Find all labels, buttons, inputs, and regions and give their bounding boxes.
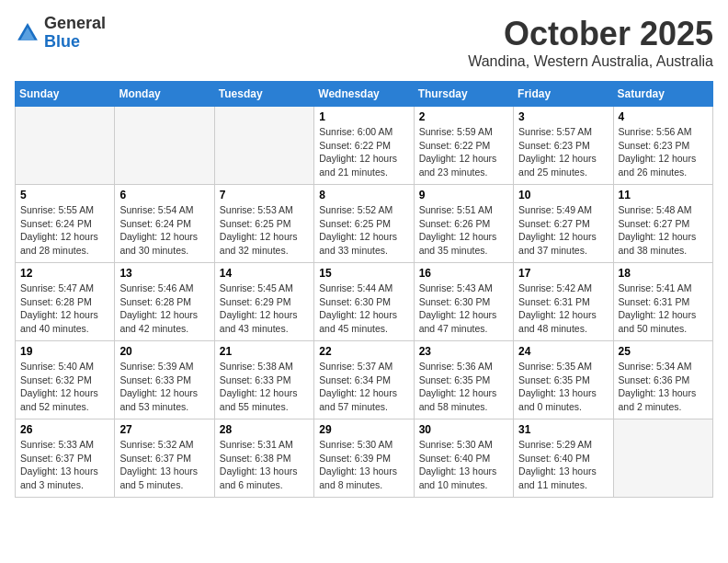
calendar-cell: 2Sunrise: 5:59 AM Sunset: 6:22 PM Daylig… <box>414 107 513 185</box>
calendar-cell: 9Sunrise: 5:51 AM Sunset: 6:26 PM Daylig… <box>414 185 513 263</box>
day-info: Sunrise: 5:37 AM Sunset: 6:34 PM Dayligh… <box>319 360 408 414</box>
calendar-cell: 8Sunrise: 5:52 AM Sunset: 6:25 PM Daylig… <box>314 185 414 263</box>
day-number: 17 <box>518 267 608 280</box>
day-number: 3 <box>518 110 608 123</box>
calendar-cell: 17Sunrise: 5:42 AM Sunset: 6:31 PM Dayli… <box>514 263 613 341</box>
day-number: 24 <box>518 345 608 358</box>
week-row: 26Sunrise: 5:33 AM Sunset: 6:37 PM Dayli… <box>16 419 713 498</box>
calendar-cell: 5Sunrise: 5:55 AM Sunset: 6:24 PM Daylig… <box>16 185 115 263</box>
day-info: Sunrise: 5:33 AM Sunset: 6:37 PM Dayligh… <box>20 438 109 492</box>
calendar-cell: 22Sunrise: 5:37 AM Sunset: 6:34 PM Dayli… <box>314 341 414 419</box>
calendar-cell: 26Sunrise: 5:33 AM Sunset: 6:37 PM Dayli… <box>16 419 115 498</box>
day-info: Sunrise: 5:46 AM Sunset: 6:28 PM Dayligh… <box>119 282 209 336</box>
day-info: Sunrise: 5:34 AM Sunset: 6:36 PM Dayligh… <box>619 360 708 414</box>
day-number: 30 <box>419 423 508 436</box>
day-number: 21 <box>220 345 309 358</box>
calendar-cell: 15Sunrise: 5:44 AM Sunset: 6:30 PM Dayli… <box>314 263 414 341</box>
day-info: Sunrise: 5:55 AM Sunset: 6:24 PM Dayligh… <box>20 203 109 258</box>
day-info: Sunrise: 5:51 AM Sunset: 6:26 PM Dayligh… <box>419 203 508 258</box>
day-number: 10 <box>518 189 608 201</box>
day-number: 28 <box>220 423 309 436</box>
day-number: 7 <box>220 189 309 201</box>
calendar-cell: 4Sunrise: 5:56 AM Sunset: 6:23 PM Daylig… <box>613 107 712 185</box>
calendar-cell: 21Sunrise: 5:38 AM Sunset: 6:33 PM Dayli… <box>214 341 313 419</box>
calendar-cell: 12Sunrise: 5:47 AM Sunset: 6:28 PM Dayli… <box>16 263 115 341</box>
day-number: 29 <box>319 423 408 436</box>
month-title: October 2025 <box>468 15 713 53</box>
day-number: 18 <box>619 267 708 280</box>
logo: General Blue <box>15 15 106 52</box>
day-info: Sunrise: 6:00 AM Sunset: 6:22 PM Dayligh… <box>319 125 408 179</box>
day-info: Sunrise: 5:57 AM Sunset: 6:23 PM Dayligh… <box>518 125 608 179</box>
weekday-header: Thursday <box>414 82 513 107</box>
calendar-cell: 29Sunrise: 5:30 AM Sunset: 6:39 PM Dayli… <box>314 419 414 498</box>
week-row: 19Sunrise: 5:40 AM Sunset: 6:32 PM Dayli… <box>16 341 713 419</box>
calendar-cell: 10Sunrise: 5:49 AM Sunset: 6:27 PM Dayli… <box>514 185 613 263</box>
day-number: 26 <box>20 423 109 436</box>
day-number: 8 <box>319 189 408 201</box>
calendar-cell <box>214 107 313 185</box>
day-number: 2 <box>419 110 508 123</box>
day-info: Sunrise: 5:45 AM Sunset: 6:29 PM Dayligh… <box>220 282 309 336</box>
week-row: 5Sunrise: 5:55 AM Sunset: 6:24 PM Daylig… <box>16 185 713 263</box>
weekday-header: Wednesday <box>314 82 414 107</box>
day-info: Sunrise: 5:36 AM Sunset: 6:35 PM Dayligh… <box>419 360 508 414</box>
day-number: 6 <box>119 189 209 201</box>
logo-text: General Blue <box>44 15 106 52</box>
day-info: Sunrise: 5:40 AM Sunset: 6:32 PM Dayligh… <box>20 360 109 414</box>
day-info: Sunrise: 5:44 AM Sunset: 6:30 PM Dayligh… <box>319 282 408 336</box>
day-number: 12 <box>20 267 109 280</box>
day-number: 22 <box>319 345 408 358</box>
calendar-cell: 18Sunrise: 5:41 AM Sunset: 6:31 PM Dayli… <box>613 263 712 341</box>
calendar-cell: 20Sunrise: 5:39 AM Sunset: 6:33 PM Dayli… <box>115 341 214 419</box>
day-info: Sunrise: 5:42 AM Sunset: 6:31 PM Dayligh… <box>518 282 608 336</box>
calendar-cell: 11Sunrise: 5:48 AM Sunset: 6:27 PM Dayli… <box>613 185 712 263</box>
day-number: 25 <box>619 345 708 358</box>
logo-icon <box>15 20 40 46</box>
day-number: 11 <box>619 189 708 201</box>
calendar-cell: 6Sunrise: 5:54 AM Sunset: 6:24 PM Daylig… <box>115 185 214 263</box>
calendar-cell: 24Sunrise: 5:35 AM Sunset: 6:35 PM Dayli… <box>514 341 613 419</box>
weekday-header: Sunday <box>16 82 115 107</box>
calendar-cell: 14Sunrise: 5:45 AM Sunset: 6:29 PM Dayli… <box>214 263 313 341</box>
day-info: Sunrise: 5:30 AM Sunset: 6:40 PM Dayligh… <box>419 438 508 492</box>
calendar-cell: 25Sunrise: 5:34 AM Sunset: 6:36 PM Dayli… <box>613 341 712 419</box>
calendar-cell: 19Sunrise: 5:40 AM Sunset: 6:32 PM Dayli… <box>16 341 115 419</box>
calendar-cell: 13Sunrise: 5:46 AM Sunset: 6:28 PM Dayli… <box>115 263 214 341</box>
calendar-cell: 3Sunrise: 5:57 AM Sunset: 6:23 PM Daylig… <box>514 107 613 185</box>
day-number: 1 <box>319 110 408 123</box>
calendar: SundayMondayTuesdayWednesdayThursdayFrid… <box>15 81 713 498</box>
week-row: 12Sunrise: 5:47 AM Sunset: 6:28 PM Dayli… <box>16 263 713 341</box>
day-info: Sunrise: 5:38 AM Sunset: 6:33 PM Dayligh… <box>220 360 309 414</box>
calendar-cell: 7Sunrise: 5:53 AM Sunset: 6:25 PM Daylig… <box>214 185 313 263</box>
day-info: Sunrise: 5:41 AM Sunset: 6:31 PM Dayligh… <box>619 282 708 336</box>
day-number: 9 <box>419 189 508 201</box>
calendar-cell: 28Sunrise: 5:31 AM Sunset: 6:38 PM Dayli… <box>214 419 313 498</box>
page-header: General Blue October 2025 Wandina, Weste… <box>15 15 713 70</box>
day-info: Sunrise: 5:43 AM Sunset: 6:30 PM Dayligh… <box>419 282 508 336</box>
week-row: 1Sunrise: 6:00 AM Sunset: 6:22 PM Daylig… <box>16 107 713 185</box>
day-number: 19 <box>20 345 109 358</box>
day-info: Sunrise: 5:32 AM Sunset: 6:37 PM Dayligh… <box>119 438 209 492</box>
day-info: Sunrise: 5:54 AM Sunset: 6:24 PM Dayligh… <box>119 203 209 258</box>
day-number: 20 <box>119 345 209 358</box>
day-info: Sunrise: 5:49 AM Sunset: 6:27 PM Dayligh… <box>518 203 608 258</box>
day-number: 27 <box>119 423 209 436</box>
day-number: 4 <box>619 110 708 123</box>
day-number: 14 <box>220 267 309 280</box>
calendar-cell: 30Sunrise: 5:30 AM Sunset: 6:40 PM Dayli… <box>414 419 513 498</box>
day-info: Sunrise: 5:59 AM Sunset: 6:22 PM Dayligh… <box>419 125 508 179</box>
calendar-cell: 1Sunrise: 6:00 AM Sunset: 6:22 PM Daylig… <box>314 107 414 185</box>
day-info: Sunrise: 5:52 AM Sunset: 6:25 PM Dayligh… <box>319 203 408 258</box>
day-info: Sunrise: 5:31 AM Sunset: 6:38 PM Dayligh… <box>220 438 309 492</box>
calendar-cell: 23Sunrise: 5:36 AM Sunset: 6:35 PM Dayli… <box>414 341 513 419</box>
weekday-header: Monday <box>115 82 214 107</box>
weekday-header: Saturday <box>613 82 712 107</box>
day-info: Sunrise: 5:48 AM Sunset: 6:27 PM Dayligh… <box>619 203 708 258</box>
day-info: Sunrise: 5:56 AM Sunset: 6:23 PM Dayligh… <box>619 125 708 179</box>
day-info: Sunrise: 5:35 AM Sunset: 6:35 PM Dayligh… <box>518 360 608 414</box>
day-number: 23 <box>419 345 508 358</box>
title-block: October 2025 Wandina, Western Australia,… <box>468 15 713 70</box>
weekday-header-row: SundayMondayTuesdayWednesdayThursdayFrid… <box>16 82 713 107</box>
calendar-cell: 31Sunrise: 5:29 AM Sunset: 6:40 PM Dayli… <box>514 419 613 498</box>
